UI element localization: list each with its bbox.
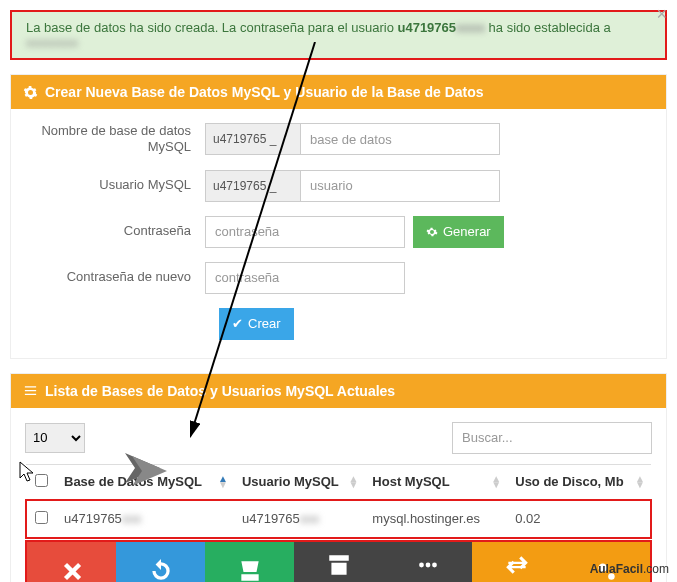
db-table: Base de Datos MySQL▲▼ Usuario MySQL▲▼ Ho… (25, 464, 652, 539)
db-list-panel: Lista de Bases de Datos y Usuarios MySQL… (10, 373, 667, 583)
gears-icon (23, 85, 38, 100)
col-user[interactable]: Usuario MySQL▲▼ (234, 464, 364, 500)
gear-icon (426, 226, 438, 238)
alert-user-blur: xxxx (456, 20, 485, 35)
success-alert: La base de datos ha sido creada. La cont… (10, 10, 667, 60)
dots-icon (415, 552, 441, 578)
svg-point-2 (425, 562, 430, 567)
create-db-panel: Crear Nueva Base de Datos MySQL y Usuari… (10, 74, 667, 359)
alert-text-1: La base de datos ha sido creada. La cont… (26, 20, 397, 35)
db-list-title: Lista de Bases de Datos y Usuarios MySQL… (45, 383, 395, 399)
generate-button[interactable]: Generar (413, 216, 504, 248)
change-permissions-button[interactable]: Cambiar permisos (472, 542, 561, 583)
usage-button[interactable]: Obtener uso (205, 542, 294, 583)
col-disk[interactable]: Uso de Disco, Mb▲▼ (507, 464, 651, 500)
dbname-label: Nombre de base de datos MySQL (25, 123, 205, 156)
check-icon: ✔ (232, 316, 243, 331)
svg-point-1 (419, 562, 424, 567)
delete-button[interactable]: Eliminar (27, 542, 116, 583)
create-db-title: Crear Nueva Base de Datos MySQL y Usuari… (45, 84, 484, 100)
alert-user: u4719765 (397, 20, 456, 35)
refresh-icon (148, 558, 174, 583)
list-icon (23, 383, 38, 398)
db-list-header: Lista de Bases de Datos y Usuarios MySQL… (11, 374, 666, 408)
backup-button[interactable]: Copia de Seguridad (294, 542, 383, 583)
archive-icon (326, 552, 352, 578)
create-db-header: Crear Nueva Base de Datos MySQL y Usuari… (11, 75, 666, 109)
create-db-body: Nombre de base de datos MySQL u4719765 _… (11, 109, 666, 358)
user-label: Usuario MySQL (25, 177, 205, 193)
search-input[interactable] (452, 422, 652, 454)
svg-point-3 (432, 562, 437, 567)
create-label: Crear (248, 316, 281, 331)
create-button[interactable]: ✔ Crear (219, 308, 294, 340)
pass-label: Contraseña (25, 223, 205, 239)
change-password-button[interactable]: Cambiar contraseña (383, 542, 472, 583)
select-all-checkbox[interactable] (35, 474, 48, 487)
repair-button[interactable]: Reparar (116, 542, 205, 583)
row-checkbox[interactable] (35, 511, 48, 524)
cell-db: u4719765 (64, 511, 122, 526)
disk-icon (237, 558, 263, 583)
alert-text-2: ha sido establecida a (485, 20, 611, 35)
close-icon[interactable]: × (656, 4, 667, 25)
page-size-select[interactable]: 10 (25, 423, 85, 453)
cell-disk: 0.02 (507, 500, 651, 538)
pass2-input[interactable] (205, 262, 405, 294)
table-row[interactable]: u4719765xxx u4719765xxx mysql.hostinger.… (26, 500, 651, 538)
cell-host: mysql.hostinger.es (364, 500, 507, 538)
watermark: AulaFacil.com (590, 562, 669, 576)
dbname-prefix: u4719765 _ (205, 123, 300, 155)
dbname-input[interactable] (300, 123, 500, 155)
svg-point-0 (255, 576, 258, 579)
col-db[interactable]: Base de Datos MySQL▲▼ (56, 464, 234, 500)
col-host[interactable]: Host MySQL▲▼ (364, 464, 507, 500)
swap-icon (504, 552, 530, 578)
generate-label: Generar (443, 224, 491, 239)
user-input[interactable] (300, 170, 500, 202)
user-prefix: u4719765 _ (205, 170, 300, 202)
row-actions: Eliminar Reparar Obtener uso Copia de Se… (25, 540, 652, 583)
close-icon (59, 558, 85, 583)
col-checkbox (26, 464, 56, 500)
cell-user: u4719765 (242, 511, 300, 526)
pass-input[interactable] (205, 216, 405, 248)
db-list-body: 10 Base de Datos MySQL▲▼ Usuario MySQL▲▼… (11, 408, 666, 583)
pass2-label: Contraseña de nuevo (25, 269, 205, 285)
alert-pass-blur: xxxxxxxx (26, 35, 78, 50)
